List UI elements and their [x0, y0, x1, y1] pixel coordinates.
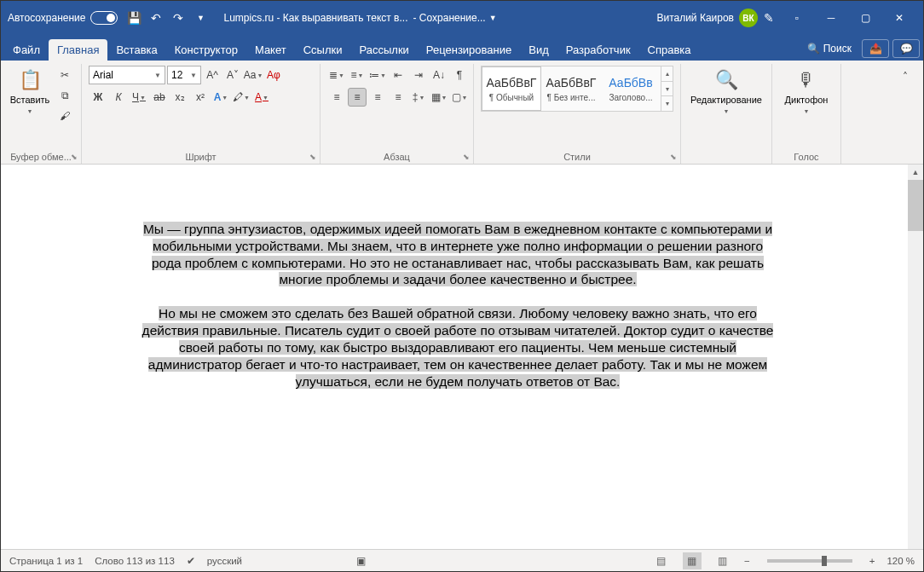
document-area: Мы — группа энтузиастов, одержимых идеей… — [1, 165, 923, 549]
pen-icon[interactable]: ✎ — [759, 9, 778, 27]
style-heading[interactable]: АаБбВв Заголово... — [601, 66, 661, 111]
dictation-button[interactable]: 🎙 Диктофон ▼ — [779, 66, 834, 118]
document-page[interactable]: Мы — группа энтузиастов, одержимых идеей… — [26, 171, 889, 549]
page-indicator[interactable]: Страница 1 из 1 — [9, 556, 83, 566]
tab-developer[interactable]: Разработчик — [557, 39, 639, 61]
web-layout-icon[interactable]: ▥ — [713, 552, 732, 569]
print-layout-icon[interactable]: ▦ — [683, 552, 702, 569]
font-size-select[interactable]: 12▼ — [167, 66, 201, 84]
zoom-level[interactable]: 120 % — [886, 556, 915, 566]
sort-icon[interactable]: A↓ — [430, 66, 448, 84]
increase-font-icon[interactable]: A^ — [203, 66, 222, 84]
editing-button[interactable]: 🔍 Редактирование ▼ — [688, 66, 765, 118]
superscript-button[interactable]: x² — [191, 88, 210, 107]
italic-button[interactable]: К — [109, 88, 128, 107]
text-effects-icon[interactable]: A▼ — [211, 88, 230, 107]
bullets-icon[interactable]: ≣▼ — [327, 66, 346, 84]
format-painter-icon[interactable]: 🖌 — [55, 107, 74, 125]
align-left-icon[interactable]: ≡ — [327, 88, 346, 107]
multilevel-icon[interactable]: ≔▼ — [368, 66, 387, 84]
launcher-icon[interactable]: ⬊ — [463, 153, 470, 161]
group-styles: АаБбВвГ ¶ Обычный АаБбВвГ ¶ Без инте... … — [474, 64, 681, 164]
gallery-more[interactable]: ▴▾▾ — [661, 66, 673, 111]
paste-button[interactable]: 📋 Вставить ▼ — [8, 66, 52, 118]
cut-icon[interactable]: ✂ — [55, 66, 74, 84]
undo-icon[interactable]: ↶ — [147, 9, 165, 27]
style-gallery[interactable]: АаБбВвГ ¶ Обычный АаБбВвГ ¶ Без инте... … — [481, 66, 673, 112]
tab-view[interactable]: Вид — [520, 39, 557, 61]
group-editing: 🔍 Редактирование ▼ — [681, 64, 772, 164]
scrollbar-thumb[interactable] — [908, 180, 923, 231]
search-box[interactable]: 🔍 Поиск — [800, 40, 858, 57]
chevron-down-icon[interactable]: ▼ — [191, 9, 210, 27]
chevron-down-icon[interactable]: ▼ — [489, 14, 497, 22]
underline-button[interactable]: Ч▼ — [130, 88, 148, 107]
zoom-in-button[interactable]: + — [869, 556, 875, 566]
clipboard-icon: 📋 — [19, 69, 42, 91]
vertical-scrollbar[interactable]: ▲ — [908, 165, 923, 549]
launcher-icon[interactable]: ⬊ — [71, 153, 78, 161]
zoom-slider[interactable] — [767, 559, 852, 563]
minimize-button[interactable]: ─ — [814, 1, 848, 35]
justify-icon[interactable]: ≡ — [389, 88, 407, 107]
change-case-icon[interactable]: Aa▼ — [244, 66, 263, 84]
toggle-switch-icon[interactable] — [90, 11, 118, 25]
align-right-icon[interactable]: ≡ — [368, 88, 387, 107]
redo-icon[interactable]: ↷ — [169, 9, 188, 27]
tab-home[interactable]: Главная — [49, 39, 107, 61]
close-button[interactable]: ✕ — [882, 1, 916, 35]
decrease-indent-icon[interactable]: ⇤ — [389, 66, 407, 84]
show-marks-icon[interactable]: ¶ — [450, 66, 469, 84]
read-mode-icon[interactable]: ▤ — [652, 552, 671, 569]
subscript-button[interactable]: x₂ — [170, 88, 189, 107]
align-center-icon[interactable]: ≡ — [348, 88, 367, 107]
font-color-icon[interactable]: A▼ — [252, 88, 271, 107]
ribbon-tabs: Файл Главная Вставка Конструктор Макет С… — [1, 35, 923, 61]
clear-format-icon[interactable]: Aφ — [264, 66, 283, 84]
style-normal[interactable]: АаБбВвГ ¶ Обычный — [482, 66, 541, 111]
tab-file[interactable]: Файл — [4, 39, 49, 61]
save-icon[interactable]: 💾 — [124, 9, 143, 27]
saving-status: - Сохранение... — [413, 12, 486, 24]
style-nospace[interactable]: АаБбВвГ ¶ Без инте... — [541, 66, 601, 111]
numbering-icon[interactable]: ≡▼ — [348, 66, 367, 84]
zoom-thumb[interactable] — [822, 556, 827, 566]
borders-icon[interactable]: ▢▼ — [450, 88, 469, 107]
ribbon-display-icon[interactable]: ▫ — [780, 1, 814, 35]
shading-icon[interactable]: ▦▼ — [430, 88, 448, 107]
highlight-icon[interactable]: 🖍▼ — [232, 88, 251, 107]
tab-design[interactable]: Конструктор — [166, 39, 246, 61]
tab-review[interactable]: Рецензирование — [418, 39, 520, 61]
comments-button[interactable]: 💬 — [892, 39, 920, 58]
search-placeholder: Поиск — [823, 43, 852, 55]
increase-indent-icon[interactable]: ⇥ — [409, 66, 428, 84]
line-spacing-icon[interactable]: ‡▼ — [409, 88, 428, 107]
launcher-icon[interactable]: ⬊ — [309, 153, 316, 161]
paragraph-2[interactable]: Но мы не сможем это сделать без Вашей об… — [137, 305, 778, 390]
decrease-font-icon[interactable]: A˅ — [223, 66, 242, 84]
macro-icon[interactable]: ▣ — [356, 555, 366, 567]
autosave-toggle[interactable]: Автосохранение — [8, 11, 118, 25]
tab-layout[interactable]: Макет — [246, 39, 295, 61]
magnifier-icon: 🔍 — [715, 69, 738, 91]
strike-button[interactable]: ab — [150, 88, 169, 107]
bold-button[interactable]: Ж — [89, 88, 107, 107]
copy-icon[interactable]: ⧉ — [55, 86, 74, 105]
paragraph-1[interactable]: Мы — группа энтузиастов, одержимых идеей… — [137, 221, 778, 288]
share-button[interactable]: 📤 — [862, 39, 889, 58]
ribbon: 📋 Вставить ▼ ✂ ⧉ 🖌 Буфер обме...⬊ Arial▼… — [1, 61, 923, 165]
collapse-ribbon-icon[interactable]: ˄ — [894, 67, 916, 86]
tab-mailings[interactable]: Рассылки — [350, 39, 417, 61]
language-indicator[interactable]: русский — [207, 556, 242, 566]
tab-references[interactable]: Ссылки — [295, 39, 351, 61]
scroll-up-icon[interactable]: ▲ — [908, 165, 923, 180]
tab-insert[interactable]: Вставка — [107, 39, 165, 61]
maximize-button[interactable]: ▢ — [848, 1, 882, 35]
font-name-select[interactable]: Arial▼ — [89, 66, 165, 84]
launcher-icon[interactable]: ⬊ — [670, 153, 677, 161]
spellcheck-icon[interactable]: ✔ — [187, 555, 195, 567]
tab-help[interactable]: Справка — [639, 39, 700, 61]
zoom-out-button[interactable]: − — [744, 556, 750, 566]
word-count[interactable]: Слово 113 из 113 — [95, 556, 175, 566]
user-account[interactable]: Виталий Каиров ВК — [656, 9, 758, 27]
